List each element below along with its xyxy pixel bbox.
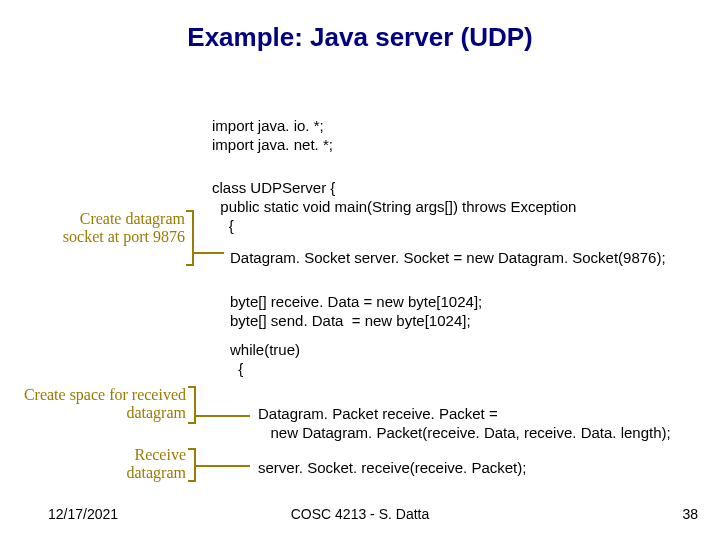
bracket-icon	[188, 386, 196, 424]
code-datagram-packet-lines: Datagram. Packet receive. Packet = new D…	[258, 404, 671, 442]
bracket-tail-icon	[196, 465, 250, 467]
code-byte-arrays: byte[] receive. Data = new byte[1024]; b…	[230, 292, 482, 330]
footer-page-number: 38	[682, 506, 698, 522]
annotation-create-space: Create space for received datagram	[18, 386, 186, 422]
bracket-tail-icon	[196, 415, 250, 417]
code-while-block: while(true) {	[230, 340, 300, 378]
code-class-declaration: class UDPServer { public static void mai…	[212, 178, 576, 236]
bracket-icon	[188, 448, 196, 482]
annotation-receive: Receive datagram	[98, 446, 186, 482]
bracket-tail-icon	[194, 252, 224, 254]
code-receive-line: server. Socket. receive(receive. Packet)…	[258, 458, 526, 477]
footer-course: COSC 4213 - S. Datta	[0, 506, 720, 522]
code-datagram-socket-line: Datagram. Socket server. Socket = new Da…	[230, 248, 666, 267]
annotation-create-socket: Create datagram socket at port 9876	[40, 210, 185, 246]
code-imports: import java. io. *; import java. net. *;	[212, 116, 333, 154]
slide-title: Example: Java server (UDP)	[0, 22, 720, 53]
slide: Example: Java server (UDP) import java. …	[0, 0, 720, 540]
bracket-icon	[186, 210, 194, 266]
